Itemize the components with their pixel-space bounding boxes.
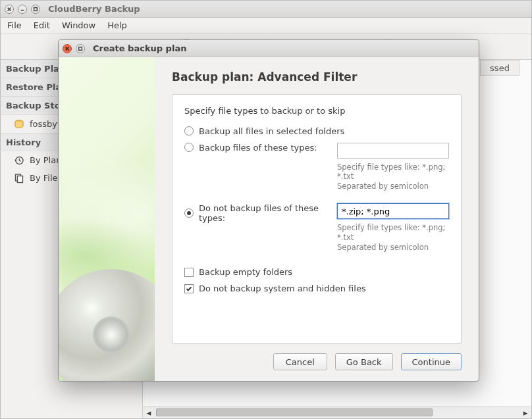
- checkbox-icon[interactable]: [184, 268, 194, 277]
- hint-text: Specify file types like: *.png; *.txt: [337, 223, 449, 243]
- horizontal-scrollbar[interactable]: ◂ ▸: [143, 407, 531, 418]
- dialog-sidebar-graphic: [59, 57, 155, 381]
- disc-icon: [59, 269, 155, 381]
- checkbox-label: Backup empty folders: [199, 267, 292, 277]
- svg-rect-6: [18, 176, 23, 182]
- continue-button[interactable]: Continue: [401, 353, 462, 370]
- option-label: Do not backup files of these types:: [199, 203, 337, 223]
- include-types-input[interactable]: [337, 143, 449, 159]
- radio-icon[interactable]: [184, 143, 194, 152]
- menu-edit[interactable]: Edit: [34, 20, 50, 30]
- checkbox-label: Do not backup system and hidden files: [199, 283, 366, 293]
- checkbox-backup-empty[interactable]: Backup empty folders: [184, 267, 449, 277]
- checkbox-icon[interactable]: [184, 284, 194, 293]
- scroll-left-icon[interactable]: ◂: [143, 407, 155, 418]
- sidebar-history-label: By Files: [30, 173, 62, 183]
- menu-file[interactable]: File: [7, 20, 22, 30]
- app-title: CloudBerry Backup: [48, 4, 140, 14]
- dialog-close-icon[interactable]: [63, 44, 72, 53]
- dialog-maximize-icon[interactable]: [76, 44, 85, 53]
- sidebar-storage-label: fossbyt: [30, 119, 61, 129]
- scroll-right-icon[interactable]: ▸: [519, 407, 531, 418]
- go-back-button[interactable]: Go Back: [335, 353, 393, 370]
- option-exclude-types[interactable]: Do not backup files of these types:: [184, 203, 337, 223]
- history-icon: [14, 155, 24, 166]
- menubar: File Edit Window Help: [1, 18, 531, 34]
- dialog-titlebar: Create backup plan: [59, 40, 479, 57]
- dialog-buttons: Cancel Go Back Continue: [172, 344, 462, 381]
- hint-text: Specify file types like: *.png; *.txt: [337, 162, 449, 182]
- option-backup-types[interactable]: Backup files of these types:: [184, 143, 337, 153]
- dialog-title: Create backup plan: [93, 43, 186, 53]
- storage-icon: [14, 119, 24, 130]
- cancel-button[interactable]: Cancel: [273, 353, 327, 370]
- dialog-heading: Backup plan: Advanced Filter: [172, 70, 462, 84]
- files-icon: [14, 173, 24, 184]
- sidebar-history-label: By Plan: [30, 155, 61, 165]
- create-backup-plan-dialog: Create backup plan Backup plan: Advanced…: [58, 39, 479, 382]
- dialog-content: Specify file types to backup or to skip …: [172, 94, 462, 344]
- option-label: Backup files of these types:: [199, 143, 317, 153]
- scroll-thumb[interactable]: [156, 408, 433, 416]
- radio-icon[interactable]: [184, 209, 194, 218]
- hint-text: Separated by semicolon: [337, 243, 449, 253]
- main-titlebar: CloudBerry Backup: [1, 1, 531, 18]
- menu-window[interactable]: Window: [62, 20, 95, 30]
- close-icon[interactable]: [5, 5, 14, 14]
- exclude-types-input[interactable]: [337, 203, 449, 219]
- svg-rect-0: [34, 7, 38, 11]
- svg-rect-7: [79, 47, 82, 50]
- minimize-icon[interactable]: [18, 5, 27, 14]
- option-label: Backup all files in selected folders: [199, 126, 344, 136]
- column-header-fragment: ssed: [480, 60, 519, 76]
- instruction-text: Specify file types to backup or to skip: [184, 105, 449, 117]
- maximize-icon[interactable]: [31, 5, 40, 14]
- option-backup-all[interactable]: Backup all files in selected folders: [184, 126, 449, 136]
- checkbox-skip-system-hidden[interactable]: Do not backup system and hidden files: [184, 283, 449, 293]
- hint-text: Separated by semicolon: [337, 182, 449, 191]
- radio-icon[interactable]: [184, 126, 194, 136]
- menu-help[interactable]: Help: [107, 20, 127, 30]
